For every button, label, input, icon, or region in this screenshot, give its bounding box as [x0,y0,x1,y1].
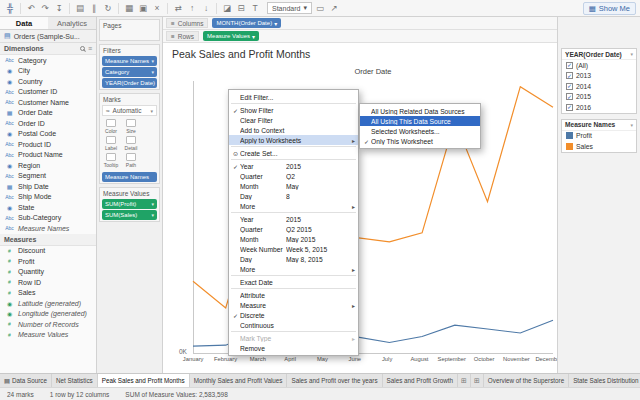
tab-peak-sales-and-profit-months[interactable]: Peak Sales and Profit Months [98,374,190,387]
dimension-field[interactable]: ◉Country [0,76,96,87]
legend-item-profit[interactable]: Profit [562,131,636,142]
tab-sales-and-profit-growth[interactable]: Sales and Profit Growth [383,374,459,387]
menu-item-more-parts[interactable]: More▸ [229,201,358,211]
dimension-field[interactable]: AbcProduct ID [0,139,96,150]
checkbox-checked[interactable]: ✓ [566,83,573,90]
menu-item-week-number-value[interactable]: Week NumberWeek 5, 2015 [229,244,358,254]
pages-shelf[interactable]: Pages [99,19,160,41]
filter-pill-measure-names[interactable]: Measure Names▾ [102,56,157,66]
show-me-button[interactable]: ▦ Show Me [583,2,636,15]
dimension-field[interactable]: ◉City [0,66,96,77]
menu-item-day-value[interactable]: DayMay 8, 2015 [229,254,358,264]
tab-net-statistics[interactable]: Net Statistics [52,374,98,387]
menu-item-year-part[interactable]: ✓Year2015 [229,161,358,171]
submenu-item-only-this-worksheet[interactable]: ✓Only This Worksheet [360,136,480,146]
dimension-field[interactable]: AbcSegment [0,171,96,182]
submenu-item-selected-worksheets[interactable]: Selected Worksheets... [360,126,480,136]
filter-option-2014[interactable]: ✓2014 [562,81,636,92]
swap-axes-icon[interactable]: ⇄ [172,2,184,15]
sort-ascending-icon[interactable]: ↑ [186,2,198,15]
dimension-field[interactable]: AbcOrder ID [0,118,96,129]
filter-pill-year-order-date[interactable]: YEAR(Order Date)▾ [102,78,157,88]
menu-item-continuous[interactable]: Continuous [229,320,358,330]
menu-item-clear-filter[interactable]: Clear Filter [229,115,358,125]
menu-item-measure[interactable]: Measure▸ [229,300,358,310]
measure-field[interactable]: #Measure Values [0,330,96,341]
tab-state-sales-distribution[interactable]: State Sales Distribution [569,374,640,387]
legend-item-sales[interactable]: Sales [562,141,636,152]
dimension-field[interactable]: AbcProduct Name [0,150,96,161]
menu-item-quarter-value[interactable]: QuarterQ2 2015 [229,224,358,234]
columns-shelf[interactable]: ≡ Columns MONTH(Order Date) ▾ [163,17,557,30]
view-options-icon[interactable]: ≡ [88,45,92,52]
duplicate-sheet-icon[interactable]: ▣ [137,2,149,15]
redo-icon[interactable]: ↷ [39,2,51,15]
measure-field[interactable]: ◉Latitude (generated) [0,298,96,309]
filter-option-2016[interactable]: ✓2016 [562,102,636,113]
menu-item-create-set[interactable]: ⊙Create Set... [229,148,358,158]
menu-item-edit-filter[interactable]: Edit Filter... [229,92,358,102]
clear-sheet-icon[interactable]: × [151,2,163,15]
new-dashboard-tab-button[interactable]: ⊞ [471,374,484,387]
detail-button[interactable]: Detail [121,135,141,152]
year-filter-card-title[interactable]: YEAR(Order Date) ▾ [562,49,636,60]
filter-pill-category[interactable]: Category▾ [102,67,157,77]
menu-item-attribute[interactable]: Attribute [229,290,358,300]
menu-item-add-to-context[interactable]: Add to Context [229,125,358,135]
checkbox-checked[interactable]: ✓ [566,72,573,79]
measure-field[interactable]: ◉Longitude (generated) [0,309,96,320]
undo-icon[interactable]: ↶ [25,2,37,15]
filter-option-2015[interactable]: ✓2015 [562,92,636,103]
measure-field[interactable]: #Row ID [0,277,96,288]
dimension-field[interactable]: ▦Order Date [0,108,96,119]
legend-card-title[interactable]: Measure Names ▾ [562,120,636,131]
search-icon[interactable] [80,46,85,51]
menu-item-remove[interactable]: Remove [229,343,358,353]
path-button[interactable]: Path [121,152,141,169]
rows-shelf[interactable]: ≡ Rows Measure Values ▾ [163,30,557,43]
save-icon[interactable]: ↧ [53,2,65,15]
pill-measure-values[interactable]: Measure Values ▾ [203,31,259,41]
measure-field[interactable]: #Discount [0,246,96,257]
menu-item-quarter-part[interactable]: QuarterQ2 [229,171,358,181]
new-worksheet-icon[interactable]: ▦ [123,2,135,15]
menu-item-discrete[interactable]: ✓Discrete [229,310,358,320]
menu-item-show-filter[interactable]: ✓Show Filter [229,105,358,115]
dimension-field[interactable]: AbcShip Mode [0,192,96,203]
run-update-icon[interactable]: ↻ [102,2,114,15]
new-worksheet-tab-button[interactable]: ⊞ [458,374,471,387]
group-members-icon[interactable]: ⊟ [235,2,247,15]
add-datasource-icon[interactable]: ▤ [74,2,86,15]
pause-updates-icon[interactable]: ∥ [88,2,100,15]
tab-analytics[interactable]: Analytics [48,17,96,29]
dimension-field[interactable]: AbcSub-Category [0,213,96,224]
color-button[interactable]: Color [101,118,121,135]
menu-item-apply-to-worksheets[interactable]: Apply to Worksheets▸ [229,135,358,145]
datasource-item[interactable]: ▤ Orders (Sample-Su... [0,30,96,43]
tab-data-source[interactable]: ▤Data Source [0,374,52,387]
checkbox-checked[interactable]: ✓ [566,104,573,111]
menu-item-month-part[interactable]: MonthMay [229,181,358,191]
menu-item-month-value[interactable]: MonthMay 2015 [229,234,358,244]
measure-field[interactable]: #Quantity [0,267,96,278]
menu-item-more-values[interactable]: More▸ [229,264,358,274]
fit-selector[interactable]: Standard ▾ [267,2,312,14]
pill-month-order-date[interactable]: MONTH(Order Date) ▾ [212,18,281,28]
presentation-mode-icon[interactable]: ▭ [314,2,326,15]
tooltip-button[interactable]: Tooltip [101,152,121,169]
tab-monthly-sales-and-profit-values[interactable]: Monthly Sales and Profit Values [190,374,288,387]
label-button[interactable]: Label [101,135,121,152]
dimension-field[interactable]: AbcCustomer Name [0,97,96,108]
checkbox-checked[interactable]: ✓ [566,62,573,69]
dimension-field[interactable]: ◉Region [0,160,96,171]
dimension-field[interactable]: ◉Postal Code [0,129,96,140]
submenu-item-all-related[interactable]: All Using Related Data Sources [360,106,480,116]
menu-item-day-part[interactable]: Day8 [229,191,358,201]
highlight-icon[interactable]: ◪ [221,2,233,15]
marks-pill-measure-names[interactable]: Measure Names [102,172,157,182]
menu-item-year-value[interactable]: Year2015 [229,214,358,224]
measure-field[interactable]: #Sales [0,288,96,299]
dimension-field[interactable]: AbcCategory [0,55,96,66]
checkbox-checked[interactable]: ✓ [566,93,573,100]
filter-option-all[interactable]: ✓(All) [562,60,636,71]
